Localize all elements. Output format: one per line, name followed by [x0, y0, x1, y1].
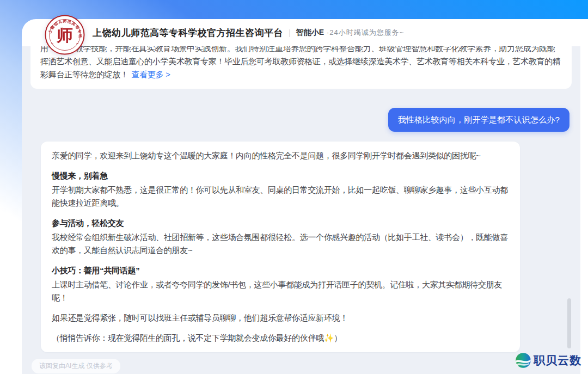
- brand-globe-icon: [514, 352, 532, 369]
- user-message-row: 我性格比较内向，刚开学是都不认识怎么办?: [22, 108, 580, 132]
- ai-message-text: 用”等核心教学技能，并能在真实教育场景中实践创新。我们特别注重培养您的跨学科整合…: [40, 46, 561, 79]
- scrollbar-thumb[interactable]: [567, 298, 571, 348]
- reply-section-body: 上课时主动借笔、讨论作业，或者夸夸同学的发饰/书包，这些小事都能成为打开话匣子的…: [52, 278, 509, 304]
- assistant-tagline: ·24小时竭诚为您服务~: [327, 28, 404, 38]
- title-separator: |: [289, 28, 291, 37]
- assistant-name: 智能小E: [296, 28, 324, 38]
- reply-section-heading: 参与活动，轻松交友: [52, 217, 509, 230]
- reply-section-body: 开学初期大家都不熟悉，这是很正常的！你可以先从和室友、同桌的日常交流开始，比如一…: [52, 183, 509, 210]
- reply-section-heading: 慢慢来，别着急: [52, 169, 509, 182]
- reply-section-body: 我校经常会组织新生破冰活动、社团招新等，这些场合氛围都很轻松。选一个你感兴趣的活…: [52, 231, 509, 257]
- reply-section-heading: 小技巧：善用“共同话题”: [52, 264, 509, 277]
- main-panel: 上饶幼儿师范高等专科学校 师 上饶幼儿师范高等专科学校官方招生咨询平台 | 智能…: [22, 19, 588, 374]
- reply-closing: 如果还是觉得紧张，随时可以找班主任或辅导员聊聊，他们超乐意帮你适应新环境！: [52, 311, 509, 324]
- see-more-link[interactable]: 查看更多 >: [132, 70, 170, 79]
- ai-message-clipped: 用”等核心教学技能，并能在真实教育场景中实践创新。我们特别注重培养您的跨学科整合…: [30, 46, 572, 89]
- reply-intro: 亲爱的同学，欢迎来到上饶幼专这个温暖的大家庭！内向的性格完全不是问题，很多同学刚…: [52, 149, 509, 162]
- chat-area[interactable]: 用”等核心教学技能，并能在真实教育场景中实践创新。我们特别注重培养您的跨学科整合…: [22, 46, 580, 374]
- header: 上饶幼儿师范高等专科学校 师 上饶幼儿师范高等专科学校官方招生咨询平台 | 智能…: [22, 19, 588, 46]
- school-seal-icon: 上饶幼儿师范高等专科学校 师: [45, 15, 85, 55]
- ai-disclaimer-badge: 该回复由AI生成 仅供参考: [32, 359, 120, 373]
- reply-postscript: （悄悄告诉你：现在觉得陌生的面孔，说不定下学期就会变成你最好的伙伴哦✨）: [52, 332, 509, 345]
- brand-name: 职贝云数: [534, 353, 581, 368]
- footer-brand: 职贝云数: [514, 352, 581, 369]
- seal-center-glyph: 师: [56, 26, 73, 44]
- page-title: 上饶幼儿师范高等专科学校官方招生咨询平台: [93, 27, 283, 39]
- user-message-bubble: 我性格比较内向，刚开学是都不认识怎么办?: [388, 108, 569, 132]
- ai-reply-card: 亲爱的同学，欢迎来到上饶幼专这个温暖的大家庭！内向的性格完全不是问题，很多同学刚…: [41, 142, 520, 352]
- school-seal-logo: 上饶幼儿师范高等专科学校 师: [45, 15, 85, 55]
